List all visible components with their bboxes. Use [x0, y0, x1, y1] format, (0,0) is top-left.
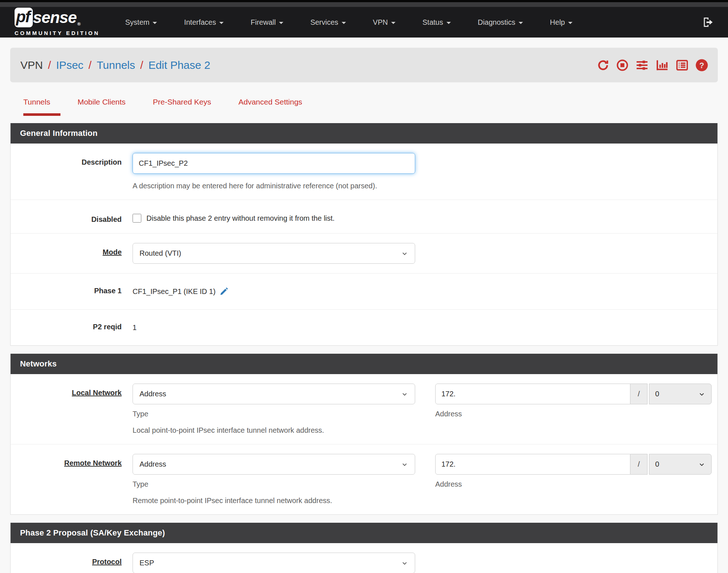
caret-down-icon — [568, 22, 572, 24]
disabled-label: Disabled — [11, 209, 133, 224]
row-mode: Mode Routed (VTI) — [11, 233, 717, 274]
protocol-label: Protocol — [92, 558, 122, 566]
panel-title: Networks — [11, 354, 717, 374]
question-circle-icon[interactable]: ? — [695, 59, 708, 72]
top-gray-strip — [0, 2, 728, 7]
logo-registered-mark: ® — [77, 21, 80, 27]
remote-address-separator: / — [630, 454, 648, 475]
panel-networks: Networks Local Network Address Type / — [10, 354, 718, 515]
local-network-help: Local point-to-point IPsec interface tun… — [133, 426, 712, 435]
remote-network-type-select[interactable]: Address — [133, 454, 415, 475]
local-type-caption: Type — [133, 410, 435, 418]
disabled-checkbox[interactable] — [133, 214, 141, 223]
local-address-caption: Address — [435, 410, 712, 418]
caret-down-icon — [519, 22, 523, 24]
local-address-separator: / — [630, 384, 648, 404]
menu-status[interactable]: Status — [422, 18, 451, 27]
caret-down-icon — [342, 22, 346, 24]
chevron-down-icon — [698, 390, 705, 398]
menu-services[interactable]: Services — [310, 18, 346, 27]
protocol-select[interactable]: ESP — [133, 553, 415, 573]
main-navbar: pf sense ® COMMUNITY EDITION System Inte… — [0, 7, 728, 38]
local-prefix-select[interactable]: 0 — [649, 384, 712, 404]
description-help: A description may be entered here for ad… — [133, 182, 712, 190]
menu-system[interactable]: System — [125, 18, 157, 27]
mode-select[interactable]: Routed (VTI) — [133, 243, 415, 264]
logo-edition: COMMUNITY EDITION — [15, 30, 100, 36]
chevron-down-icon — [401, 560, 408, 567]
disabled-checkbox-label: Disable this phase 2 entry without remov… — [146, 214, 335, 223]
svg-text:?: ? — [699, 60, 704, 70]
phase1-value: CF1_IPsec_P1 (IKE ID 1) — [133, 287, 216, 296]
caret-down-icon — [153, 22, 157, 24]
remote-address-caption: Address — [435, 480, 712, 488]
remote-prefix-select[interactable]: 0 — [649, 454, 712, 475]
menu-help[interactable]: Help — [550, 18, 572, 27]
row-local-network: Local Network Address Type / 0 — [11, 374, 717, 444]
panel-phase2-proposal: Phase 2 Proposal (SA/Key Exchange) Proto… — [10, 523, 718, 573]
panel-title: General Information — [11, 123, 717, 144]
remote-type-caption: Type — [133, 480, 435, 488]
refresh-icon[interactable] — [597, 59, 610, 72]
pencil-edit-icon[interactable] — [219, 287, 229, 296]
p2reqid-value: 1 — [133, 323, 137, 332]
caret-down-icon — [279, 22, 283, 24]
remote-network-label: Remote Network — [64, 459, 122, 467]
remote-network-help: Remote point-to-point IPsec interface tu… — [133, 497, 712, 505]
row-disabled: Disabled Disable this phase 2 entry with… — [11, 200, 717, 233]
breadcrumb-separator: / — [88, 59, 91, 71]
chart-bar-icon[interactable] — [655, 59, 669, 72]
panel-title: Phase 2 Proposal (SA/Key Exchange) — [11, 523, 717, 543]
row-phase1: Phase 1 CF1_IPsec_P1 (IKE ID 1) — [11, 274, 717, 310]
caret-down-icon — [219, 22, 224, 24]
menu-vpn[interactable]: VPN — [373, 18, 396, 27]
menu-diagnostics[interactable]: Diagnostics — [478, 18, 523, 27]
row-remote-network: Remote Network Address Type / 0 — [11, 444, 717, 514]
tab-tunnels[interactable]: Tunnels — [23, 98, 50, 116]
logo-sense: sense — [33, 9, 77, 25]
tab-advanced-settings[interactable]: Advanced Settings — [239, 98, 302, 116]
menu-firewall[interactable]: Firewall — [251, 18, 283, 27]
description-label: Description — [11, 153, 133, 190]
menu-interfaces[interactable]: Interfaces — [184, 18, 224, 27]
tab-pre-shared-keys[interactable]: Pre-Shared Keys — [153, 98, 211, 116]
breadcrumb-tunnels[interactable]: Tunnels — [97, 59, 135, 71]
row-protocol: Protocol ESP Encapsulating Security Payl… — [11, 543, 717, 573]
caret-down-icon — [446, 22, 451, 24]
sliders-icon[interactable] — [635, 59, 649, 72]
tab-mobile-clients[interactable]: Mobile Clients — [78, 98, 126, 116]
chevron-down-icon — [401, 390, 408, 398]
row-p2reqid: P2 reqid 1 — [11, 310, 717, 345]
phase1-label: Phase 1 — [11, 283, 133, 300]
panel-general-information: General Information Description A descri… — [10, 123, 718, 346]
row-description: Description A description may be entered… — [11, 144, 717, 200]
stop-circle-icon[interactable] — [616, 59, 629, 72]
p2reqid-label: P2 reqid — [11, 319, 133, 336]
list-icon[interactable] — [675, 59, 689, 72]
breadcrumb-vpn: VPN — [20, 59, 43, 71]
breadcrumb: VPN / IPsec / Tunnels / Edit Phase 2 — [10, 48, 718, 82]
caret-down-icon — [391, 22, 396, 24]
breadcrumb-separator: / — [140, 59, 143, 71]
logout-icon[interactable] — [702, 16, 714, 28]
local-network-label: Local Network — [72, 389, 122, 397]
chevron-down-icon — [401, 250, 408, 257]
pfsense-logo[interactable]: pf sense ® COMMUNITY EDITION — [15, 8, 100, 36]
description-input[interactable] — [133, 153, 415, 174]
breadcrumb-separator: / — [48, 59, 51, 71]
navbar-menu: System Interfaces Firewall Services VPN … — [125, 18, 702, 27]
breadcrumb-edit-phase2[interactable]: Edit Phase 2 — [148, 59, 210, 71]
remote-address-input[interactable] — [435, 454, 630, 475]
mode-label: Mode — [103, 248, 122, 256]
page-tabs: Tunnels Mobile Clients Pre-Shared Keys A… — [23, 98, 728, 116]
local-network-type-select[interactable]: Address — [133, 384, 415, 404]
breadcrumb-ipsec[interactable]: IPsec — [56, 59, 83, 71]
page-action-icons: ? — [597, 59, 708, 72]
chevron-down-icon — [401, 461, 408, 468]
local-address-input[interactable] — [435, 384, 630, 404]
logo-pf: pf — [15, 8, 33, 27]
chevron-down-icon — [698, 461, 705, 468]
